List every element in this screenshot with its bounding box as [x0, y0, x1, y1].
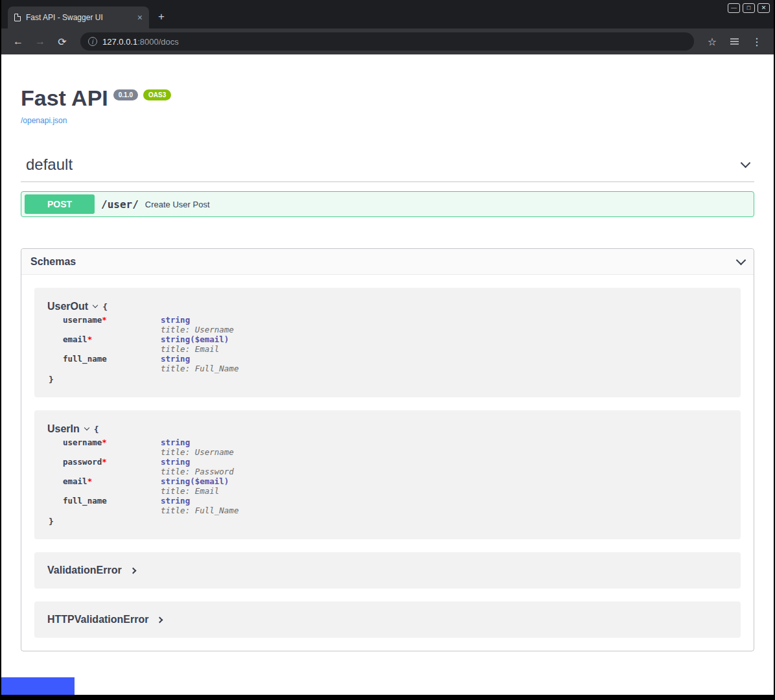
property-name: full_name — [63, 496, 161, 515]
tab-close-icon[interactable]: × — [137, 13, 143, 22]
property-type: string — [161, 457, 234, 467]
tag-title: default — [26, 156, 73, 174]
browser-menu-icon[interactable]: ⋮ — [748, 36, 766, 48]
url-host: 127.0.0.1 — [102, 37, 137, 47]
property-type: string — [161, 354, 238, 364]
property-detail: string title: Password — [161, 457, 234, 476]
property-name: password* — [63, 457, 161, 476]
window-controls: — □ ✕ — [728, 3, 770, 13]
model-head[interactable]: UserIn { — [47, 423, 728, 435]
property-title: title: Username — [161, 447, 234, 457]
schemas-title: Schemas — [30, 256, 76, 268]
page-content: Fast API 0.1.0 OAS3 /openapi.json defaul… — [1, 54, 774, 695]
required-star: * — [102, 315, 107, 325]
openapi-spec-link[interactable]: /openapi.json — [21, 116, 67, 125]
property-title: title: Email — [161, 344, 229, 354]
back-icon[interactable]: ← — [9, 36, 27, 47]
chevron-down-icon[interactable] — [93, 302, 98, 307]
property-title: title: Full_Name — [161, 506, 238, 515]
bookmark-star-icon[interactable]: ☆ — [703, 36, 721, 48]
property-detail: string title: Username — [161, 438, 234, 457]
required-star: * — [102, 438, 107, 447]
model-title[interactable]: UserOut — [47, 301, 88, 312]
chevron-right-icon[interactable] — [157, 616, 163, 623]
property-name: username* — [63, 315, 161, 334]
url-bar[interactable]: i 127.0.0.1:8000/docs — [80, 32, 694, 51]
tab-strip: Fast API - Swagger UI × + — [8, 6, 165, 29]
model-title[interactable]: ValidationError — [47, 565, 122, 576]
operation-path: /user/ — [101, 198, 139, 211]
close-button[interactable]: ✕ — [758, 3, 770, 13]
api-info: Fast API 0.1.0 OAS3 /openapi.json — [21, 86, 754, 126]
version-badge: 0.1.0 — [113, 89, 138, 100]
schemas-body: UserOut { username* string title: Userna… — [21, 275, 754, 651]
property-row: password* string title: Password — [63, 457, 728, 476]
model-title[interactable]: HTTPValidationError — [47, 614, 148, 625]
status-bubble — [1, 677, 75, 695]
method-badge: POST — [25, 194, 95, 214]
required-star: * — [102, 457, 107, 467]
site-info-icon[interactable]: i — [88, 37, 97, 46]
schemas-header[interactable]: Schemas — [21, 249, 754, 275]
page-title: Fast API — [21, 86, 108, 111]
close-brace: } — [49, 517, 728, 526]
model-properties: username* string title: Username passwor… — [63, 438, 728, 515]
property-type: string — [161, 315, 234, 325]
oas-badge: OAS3 — [143, 89, 171, 100]
open-brace: { — [94, 425, 99, 434]
required-star: * — [87, 334, 93, 344]
toolbar-list-icon[interactable] — [730, 41, 739, 42]
property-type: string($email) — [161, 476, 229, 486]
property-type: string — [161, 496, 238, 506]
browser-window: Fast API - Swagger UI × + — □ ✕ ← → ⟳ i … — [1, 0, 774, 695]
property-name: email* — [63, 476, 161, 496]
model-properties: username* string title: Username email* … — [63, 315, 728, 373]
property-row: email* string($email) title: Email — [63, 476, 728, 496]
url-text: 127.0.0.1:8000/docs — [102, 36, 179, 47]
forward-icon[interactable]: → — [31, 36, 49, 47]
property-type: string($email) — [161, 334, 229, 344]
property-title: title: Email — [161, 486, 229, 496]
property-type: string — [161, 438, 234, 447]
property-row: full_name string title: Full_Name — [63, 496, 728, 515]
property-row: full_name string title: Full_Name — [63, 354, 728, 373]
chevron-right-icon[interactable] — [130, 567, 136, 574]
model-title[interactable]: UserIn — [47, 423, 80, 435]
property-title: title: Username — [161, 325, 234, 334]
url-path: :8000/docs — [137, 37, 179, 47]
property-title: title: Password — [161, 467, 234, 476]
chevron-down-icon[interactable] — [741, 158, 751, 169]
refresh-icon[interactable]: ⟳ — [53, 36, 71, 48]
operation-summary: Create User Post — [145, 200, 210, 209]
model-httpvalidationerror[interactable]: HTTPValidationError — [34, 601, 741, 638]
property-name: username* — [63, 438, 161, 457]
browser-toolbar: ← → ⟳ i 127.0.0.1:8000/docs ☆ ⋮ — [1, 29, 774, 54]
property-detail: string($email) title: Email — [161, 334, 229, 354]
property-title: title: Full_Name — [161, 364, 238, 373]
document-icon — [14, 14, 21, 21]
api-title-row: Fast API 0.1.0 OAS3 — [21, 86, 754, 111]
property-row: username* string title: Username — [63, 315, 728, 334]
titlebar: Fast API - Swagger UI × + — □ ✕ — [1, 0, 774, 29]
schemas-section: Schemas UserOut { username* st — [21, 248, 754, 651]
property-detail: string title: Full_Name — [161, 496, 238, 515]
model-head[interactable]: UserOut { — [47, 301, 728, 312]
chevron-down-icon[interactable] — [736, 255, 746, 265]
tag-section-default[interactable]: default — [21, 156, 754, 182]
chevron-down-icon[interactable] — [84, 425, 89, 430]
browser-tab[interactable]: Fast API - Swagger UI × — [8, 6, 149, 29]
property-name: email* — [63, 334, 161, 354]
model-userout: UserOut { username* string title: Userna… — [34, 288, 741, 397]
model-validationerror[interactable]: ValidationError — [34, 552, 741, 589]
property-name: full_name — [63, 354, 161, 373]
model-userin: UserIn { username* string title: Usernam… — [34, 410, 741, 539]
close-brace: } — [49, 375, 728, 384]
property-detail: string title: Full_Name — [161, 354, 238, 373]
tab-title: Fast API - Swagger UI — [26, 13, 132, 22]
opblock-post-user[interactable]: POST /user/ Create User Post — [21, 191, 754, 217]
open-brace: { — [102, 302, 108, 312]
required-star: * — [87, 476, 93, 486]
minimize-button[interactable]: — — [728, 3, 740, 13]
new-tab-button[interactable]: + — [158, 10, 165, 23]
maximize-button[interactable]: □ — [743, 3, 755, 13]
